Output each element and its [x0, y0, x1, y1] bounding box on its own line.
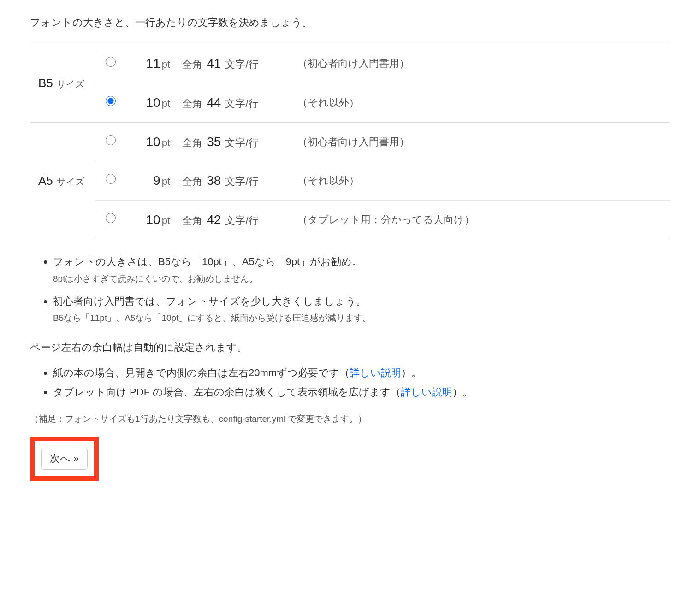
pt-num: 9: [153, 173, 160, 188]
margin-list: 紙の本の場合、見開きで内側の余白は左右20mmずつ必要です（詳しい説明）。 タブ…: [30, 364, 670, 401]
note-b5-10: （それ以外）: [284, 83, 670, 122]
pt-b5-10: 10pt: [127, 83, 178, 122]
link-detail-tablet[interactable]: 詳しい説明: [401, 386, 452, 398]
chars-suffix: 文字/行: [225, 215, 258, 226]
pt-a5-10: 10pt: [127, 122, 178, 161]
chars-num: 44: [207, 95, 221, 110]
note-a5-10: （初心者向け入門書用）: [284, 122, 670, 161]
chars-prefix: 全角: [182, 59, 202, 70]
size-a5-suffix: サイズ: [57, 177, 84, 187]
note-a5-9: （それ以外）: [284, 161, 670, 201]
tip-sub-1: 8ptは小さすぎて読みにくいので、お勧めしません。: [53, 271, 670, 286]
chars-num: 42: [207, 212, 221, 227]
pt-a5-9: 9pt: [127, 161, 178, 201]
chars-prefix: 全角: [182, 176, 202, 187]
pt-num: 10: [146, 212, 160, 227]
size-label-a5: A5 サイズ: [30, 122, 95, 239]
row-b5-10: 10pt 全角 44 文字/行 （それ以外）: [30, 83, 670, 122]
radio-a5-9pt[interactable]: [106, 174, 116, 184]
note-a5-10t: （タブレット用；分かってる人向け）: [284, 200, 670, 239]
chars-b5-11: 全角 41 文字/行: [178, 44, 284, 83]
chars-suffix: 文字/行: [225, 59, 258, 70]
margin-post-2: ）。: [452, 386, 473, 398]
pt-unit: pt: [162, 176, 170, 187]
link-detail-paper[interactable]: 詳しい説明: [350, 367, 401, 378]
radio-b5-10pt[interactable]: [106, 96, 116, 106]
radio-b5-11pt[interactable]: [106, 57, 116, 67]
chars-prefix: 全角: [182, 98, 202, 109]
tip-main-2: 初心者向け入門書では、フォントサイズを少し大きくしましょう。: [53, 295, 366, 307]
row-a5-10t: 10pt 全角 42 文字/行 （タブレット用；分かってる人向け）: [30, 200, 670, 239]
margin-item-paper: 紙の本の場合、見開きで内側の余白は左右20mmずつ必要です（詳しい説明）。: [53, 364, 670, 381]
tip-item-1: フォントの大きさは、B5なら「10pt」、A5なら「9pt」がお勧め。 8ptは…: [53, 253, 670, 286]
chars-prefix: 全角: [182, 215, 202, 226]
margin-pre-1: 紙の本の場合、見開きで内側の余白は左右20mmずつ必要です（: [53, 367, 350, 378]
pt-a5-10t: 10pt: [127, 200, 178, 239]
pt-num: 10: [146, 95, 160, 110]
radio-a5-10pt[interactable]: [106, 135, 116, 145]
tip-sub-2: B5なら「11pt」、A5なら「10pt」にすると、紙面から受ける圧迫感が減りま…: [53, 311, 670, 325]
size-a5-code: A5: [38, 174, 53, 188]
row-a5-10: A5 サイズ 10pt 全角 35 文字/行 （初心者向け入門書用）: [30, 122, 670, 161]
font-size-table: B5 サイズ 11pt 全角 41 文字/行 （初心者向け入門書用） 10pt: [30, 44, 670, 239]
pt-unit: pt: [162, 137, 170, 148]
footnote-text: （補足：フォントサイズも1行あたり文字数も、config-starter.yml…: [30, 412, 670, 426]
size-b5-code: B5: [38, 76, 53, 90]
chars-num: 38: [207, 173, 221, 188]
note-b5-11: （初心者向け入門書用）: [284, 44, 670, 83]
row-a5-9: 9pt 全角 38 文字/行 （それ以外）: [30, 161, 670, 201]
radio-a5-10pt-tablet[interactable]: [106, 213, 116, 223]
pt-unit: pt: [162, 98, 170, 109]
chars-b5-10: 全角 44 文字/行: [178, 83, 284, 122]
chars-suffix: 文字/行: [225, 98, 258, 109]
next-button-highlight: 次へ »: [30, 437, 99, 481]
pt-unit: pt: [162, 59, 170, 70]
tip-main-1: フォントの大きさは、B5なら「10pt」、A5なら「9pt」がお勧め。: [53, 256, 362, 267]
chars-prefix: 全角: [182, 137, 202, 148]
chars-suffix: 文字/行: [225, 137, 258, 148]
chars-num: 41: [207, 56, 221, 71]
tips-list: フォントの大きさは、B5なら「10pt」、A5なら「9pt」がお勧め。 8ptは…: [30, 253, 670, 325]
tip-item-2: 初心者向け入門書では、フォントサイズを少し大きくしましょう。 B5なら「11pt…: [53, 293, 670, 326]
pt-num: 11: [146, 56, 160, 71]
next-button[interactable]: 次へ »: [41, 448, 88, 470]
margin-intro-text: ページ左右の余白幅は自動的に設定されます。: [30, 339, 670, 356]
pt-unit: pt: [162, 215, 170, 226]
chars-suffix: 文字/行: [225, 176, 258, 187]
margin-item-tablet: タブレット向け PDF の場合、左右の余白は狭くして表示領域を広げます（詳しい説…: [53, 384, 670, 401]
intro-text: フォントの大きさと、一行あたりの文字数を決めましょう。: [30, 14, 670, 31]
size-label-b5: B5 サイズ: [30, 44, 95, 122]
size-b5-suffix: サイズ: [57, 79, 84, 89]
pt-num: 10: [146, 135, 160, 149]
chars-a5-10: 全角 35 文字/行: [178, 122, 284, 161]
chars-a5-10t: 全角 42 文字/行: [178, 200, 284, 239]
row-b5-11: B5 サイズ 11pt 全角 41 文字/行 （初心者向け入門書用）: [30, 44, 670, 83]
chars-a5-9: 全角 38 文字/行: [178, 161, 284, 201]
chars-num: 35: [207, 135, 221, 149]
pt-b5-11: 11pt: [127, 44, 178, 83]
margin-post-1: ）。: [401, 367, 421, 378]
margin-pre-2: タブレット向け PDF の場合、左右の余白は狭くして表示領域を広げます（: [53, 386, 401, 398]
